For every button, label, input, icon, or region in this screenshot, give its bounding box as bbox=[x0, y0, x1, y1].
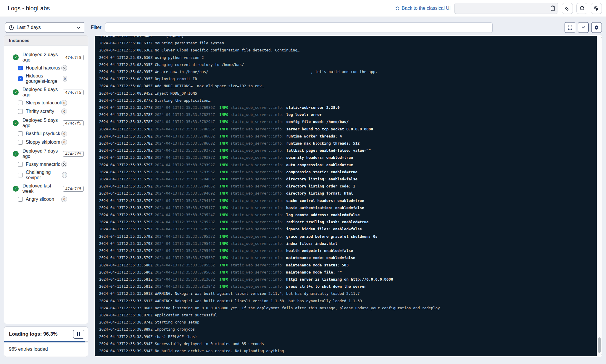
log-line: 2024-04-13T12:35:33.579Z 2024-04-13T12:3… bbox=[99, 226, 597, 233]
fullscreen-icon bbox=[568, 25, 573, 30]
deployment-label: Deployed 7 days ago bbox=[22, 148, 63, 159]
log-line: 2024-04-13T12:35:33.579Z 2024-04-13T12:3… bbox=[99, 247, 597, 254]
chevron-down-icon bbox=[77, 26, 80, 29]
instance-checkbox[interactable] bbox=[18, 162, 23, 167]
log-settings-button[interactable] bbox=[591, 22, 602, 33]
log-line: 2024-04-13T12:35:39.594Z No build cache … bbox=[99, 347, 597, 355]
instance-row[interactable]: Angry silcoon0 bbox=[18, 196, 84, 203]
fullscreen-button[interactable] bbox=[565, 22, 575, 33]
deployment-label: Deployed 2 days ago bbox=[22, 52, 63, 63]
instance-name: Challenging seviper bbox=[26, 170, 62, 180]
log-line: 2024-04-13T12:35:08.945Z Inject NODE_OPT… bbox=[99, 90, 597, 97]
log-line: 2024-04-13T12:35:33.579Z 2024-04-13T12:3… bbox=[99, 240, 597, 247]
deployment-success-icon: ✓ bbox=[13, 186, 19, 192]
log-line: 2024-04-13T12:35:33.579Z 2024-04-13T12:3… bbox=[99, 161, 597, 169]
log-line: 2024-04-13T12:35:33.579Z 2024-04-13T12:3… bbox=[99, 176, 597, 183]
instance-row[interactable]: Fussy manectric bbox=[18, 161, 84, 168]
deployment-group-header: ✓Deployed 7 days ago474c7f5 bbox=[13, 148, 84, 159]
log-line: 2024-04-13T12:35:38.889Z Importing cronj… bbox=[99, 326, 597, 333]
copy-link-button[interactable] bbox=[562, 3, 573, 14]
instance-row[interactable]: Hopeful haxorus bbox=[18, 65, 84, 71]
pause-loading-button[interactable] bbox=[73, 330, 84, 339]
instance-row[interactable]: Bashful psyduck0 bbox=[18, 130, 84, 137]
log-line: 2024-04-13T12:35:33.579Z 2024-04-13T12:3… bbox=[99, 190, 597, 197]
pause-icon bbox=[77, 332, 78, 336]
log-line: 2024-04-13T12:35:33.579Z 2024-04-13T12:3… bbox=[99, 211, 597, 219]
instance-name: Hideous gourgeist-large bbox=[26, 73, 63, 84]
instance-checkbox[interactable] bbox=[18, 197, 23, 202]
log-line: 2024-04-13T12:35:33.691Z WARNING: Nokogi… bbox=[99, 290, 597, 297]
clipboard-icon bbox=[550, 5, 555, 11]
deployment-group-header: ✓Deployed 2 days ago474c7f5 bbox=[13, 52, 84, 63]
instance-name: Angry silcoon bbox=[26, 197, 54, 202]
instance-checkbox[interactable] bbox=[18, 131, 23, 136]
instance-name: Sleepy tentacool bbox=[26, 100, 61, 106]
log-line: 2024-04-13T12:35:33.581Z 2024-04-13T12:3… bbox=[99, 283, 597, 290]
log-line: 2024-04-13T12:35:39.594Z Successfully de… bbox=[99, 340, 597, 347]
instance-row[interactable]: Sleepy tentacool0 bbox=[18, 100, 84, 106]
refresh-button[interactable] bbox=[576, 3, 587, 14]
loading-status-card: Loading logs: 96.3% 965 entries loaded bbox=[4, 326, 88, 357]
deployment-group-header: ✓Deployed 5 days ago474c7f5 bbox=[13, 87, 84, 98]
instance-row[interactable]: Challenging seviper0 bbox=[18, 170, 84, 180]
log-line: 2024-04-13T12:35:38.874Z Starting crons … bbox=[99, 319, 597, 326]
log-line: 2024-04-13T12:35:08.935Z Changing curren… bbox=[99, 61, 597, 68]
refresh-icon bbox=[579, 6, 585, 11]
deployment-label: Deployed last week bbox=[22, 183, 63, 194]
time-range-select[interactable]: Last 7 days bbox=[5, 22, 84, 33]
instance-name: Bashful psyduck bbox=[26, 131, 60, 136]
link-chain-icon bbox=[565, 6, 570, 11]
log-scrollbar-thumb[interactable] bbox=[598, 337, 601, 353]
instance-row[interactable]: Hideous gourgeist-large0 bbox=[18, 73, 84, 84]
feedback-button[interactable] bbox=[591, 3, 602, 14]
log-line: 2024-04-13T12:35:33.577Z 2024-04-13T12:3… bbox=[99, 104, 597, 111]
deployment-group-header: ✓Deployed 5 days ago474c7f5 bbox=[13, 118, 84, 128]
scroll-to-bottom-button[interactable] bbox=[578, 22, 589, 33]
back-to-classical-ui-link[interactable]: Back to the classical UI bbox=[395, 6, 451, 11]
commit-badge: 474c7f5 bbox=[63, 120, 84, 126]
instance-count-badge: 0 bbox=[62, 172, 67, 178]
log-line: 2024-04-13T12:35:33.578Z 2024-04-13T12:3… bbox=[99, 133, 597, 140]
log-line: 2024-04-13T12:35:08.945Z Add NODE_OPTION… bbox=[99, 82, 597, 90]
log-line: 2024-04-13T12:35:33.579Z 2024-04-13T12:3… bbox=[99, 204, 597, 211]
instance-checkbox[interactable] bbox=[18, 76, 23, 81]
log-line: 2024-04-13T12:35:33.579Z 2024-04-13T12:3… bbox=[99, 154, 597, 161]
gear-icon bbox=[594, 25, 599, 30]
instance-row[interactable]: Sloppy skiploom0 bbox=[18, 139, 84, 145]
commit-badge: 474c7f5 bbox=[63, 151, 84, 157]
log-line: 2024-04-13T12:35:33.579Z 2024-04-13T12:3… bbox=[99, 254, 597, 261]
log-line: 2024-04-13T12:35:33.691Z WARNING: Nokogi… bbox=[99, 297, 597, 305]
filter-label: Filter bbox=[91, 25, 101, 30]
instance-row[interactable]: Thrifty scrafty0 bbox=[18, 108, 84, 115]
deployment-success-icon: ✓ bbox=[13, 120, 19, 126]
time-range-value: Last 7 days bbox=[17, 25, 41, 30]
entries-loaded-label: 965 entries loaded bbox=[4, 342, 88, 357]
log-line: 2024-04-13T12:35:38.990Z (bas) REPLACE (… bbox=[99, 333, 597, 340]
log-line: 2024-04-13T12:35:38.870Z Application sta… bbox=[99, 312, 597, 319]
log-line: 2024-04-13T12:35:33.579Z 2024-04-13T12:3… bbox=[99, 183, 597, 190]
instance-checkbox[interactable] bbox=[18, 173, 23, 177]
log-line: 2024-04-13T12:35:33.580Z 2024-04-13T12:3… bbox=[99, 269, 597, 276]
date-jump-input[interactable] bbox=[454, 3, 558, 14]
instance-checkbox[interactable] bbox=[18, 101, 23, 105]
instance-checkbox[interactable] bbox=[18, 140, 23, 145]
log-panel: 2024-04-13T12:35:07.048Z ' [SHA256] '202… bbox=[94, 35, 602, 357]
log-lines[interactable]: 2024-04-13T12:35:07.048Z ' [SHA256] '202… bbox=[95, 36, 597, 356]
log-line: 2024-04-13T12:35:33.578Z 2024-04-13T12:3… bbox=[99, 118, 597, 125]
instance-checkbox[interactable] bbox=[18, 66, 23, 70]
log-line: 2024-04-13T12:35:33.580Z 2024-04-13T12:3… bbox=[99, 262, 597, 269]
pause-icon bbox=[79, 332, 80, 336]
instance-name: Hopeful haxorus bbox=[26, 65, 60, 71]
instances-panel-title: Instances bbox=[4, 35, 88, 46]
instance-count-badge: 0 bbox=[61, 131, 67, 137]
log-line: 2024-04-13T12:35:08.636Z using python ve… bbox=[99, 54, 597, 61]
instance-count-badge: 0 bbox=[61, 100, 67, 106]
instance-checkbox[interactable] bbox=[18, 109, 23, 114]
deployment-label: Deployed 5 days ago bbox=[22, 118, 63, 128]
log-line: 2024-04-14T04:54:15.687Z 2024-04-14T04:5… bbox=[99, 355, 597, 356]
log-scrollbar[interactable] bbox=[597, 36, 602, 356]
instance-count-badge: 0 bbox=[61, 139, 67, 145]
filter-input[interactable] bbox=[105, 22, 493, 33]
instance-count-badge: 0 bbox=[63, 76, 67, 82]
commit-badge: 474c7f5 bbox=[63, 55, 84, 60]
